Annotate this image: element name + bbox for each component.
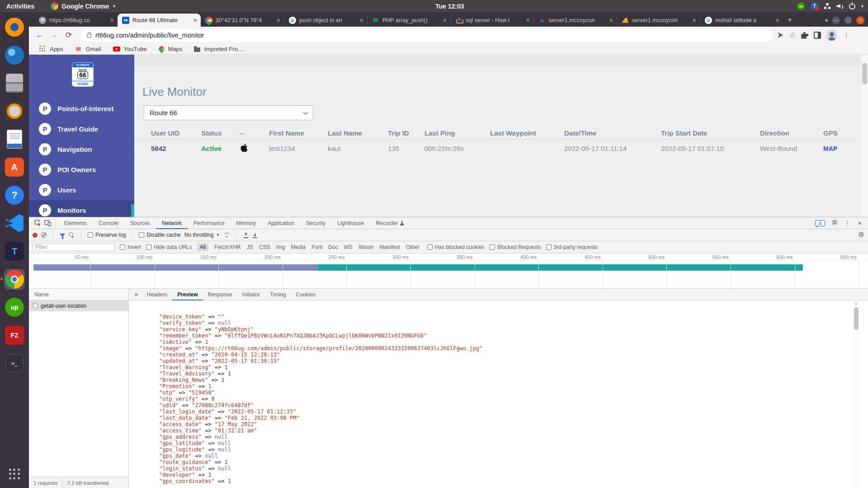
dock-item-chrome[interactable] <box>4 269 25 290</box>
record-icon[interactable] <box>33 233 38 238</box>
sidebar-item-poi-owners[interactable]: PPOI Owners <box>29 160 134 180</box>
new-tab-button[interactable]: + <box>788 15 792 24</box>
browser-menu-icon[interactable]: ⋮ <box>843 31 850 39</box>
devtools-settings-gear-icon[interactable] <box>831 219 838 227</box>
detail-tab-initiator[interactable]: Initiator <box>237 289 265 300</box>
dock-item-writer[interactable] <box>4 129 25 150</box>
bookmark-gmail[interactable]: MGmail <box>75 45 101 52</box>
tab-close-icon[interactable]: × <box>110 17 114 23</box>
third-party-requests-checkbox[interactable]: 3rd-party requests <box>546 244 598 250</box>
browser-tab[interactable]: Gpush object in arr× <box>284 14 367 27</box>
dock-item-upwork[interactable]: up <box>4 297 25 318</box>
filter-funnel-icon[interactable] <box>60 234 65 237</box>
detail-tab-timing[interactable]: Timing <box>265 289 291 300</box>
network-settings-gear-icon[interactable] <box>858 231 864 239</box>
filter-input[interactable] <box>33 244 115 251</box>
dock-item-terminal[interactable]: >_ <box>4 353 25 374</box>
lock-icon[interactable] <box>87 34 91 38</box>
column-header[interactable]: Direction <box>760 129 823 137</box>
forward-button[interactable]: → <box>48 29 61 42</box>
scrollbar-thumb[interactable] <box>862 63 867 84</box>
sidebar-item-navigation[interactable]: PNavigation <box>29 139 134 160</box>
bookmark-imported-fro-[interactable]: Imported Fro… <box>194 46 243 52</box>
focused-app-menu[interactable]: Google Chrome ▾ <box>51 2 115 10</box>
detail-tab-cookies[interactable]: Cookies <box>291 289 320 300</box>
browser-tab[interactable]: 66Route 66 Ultimate× <box>118 14 201 27</box>
scroll-up-arrow-icon[interactable]: ▲ <box>853 302 859 305</box>
bookmark-apps[interactable]: Apps <box>39 45 63 52</box>
tab-close-icon[interactable]: × <box>526 17 530 23</box>
side-panel-icon[interactable] <box>814 32 821 39</box>
filter-type-font[interactable]: Font <box>311 244 322 250</box>
show-applications-button[interactable] <box>4 464 25 484</box>
detail-tab-headers[interactable]: Headers <box>142 289 172 300</box>
blocked-requests-checkbox[interactable]: Blocked Requests <box>490 244 541 250</box>
maximize-button[interactable]: ▢ <box>844 16 852 24</box>
dock-item-vscode[interactable] <box>4 213 25 234</box>
column-header[interactable]: User UID <box>151 129 201 137</box>
network-overview[interactable] <box>29 261 868 289</box>
export-har-icon[interactable] <box>252 232 258 238</box>
checkbox-icon[interactable] <box>490 244 495 250</box>
scrollbar-thumb[interactable] <box>854 307 859 330</box>
tab-close-icon[interactable]: × <box>443 17 447 23</box>
network-icon[interactable] <box>824 3 830 9</box>
hide-data-urls-checkbox[interactable]: Hide data URLs <box>146 244 192 250</box>
browser-tab[interactable]: Gmohali latitude a× <box>700 14 783 27</box>
tab-search-chevron-icon[interactable]: ▾ <box>825 18 828 23</box>
request-row[interactable]: getall-user-location <box>29 300 128 311</box>
power-icon[interactable] <box>849 3 855 9</box>
filter-type-ws[interactable]: WS <box>344 244 353 250</box>
browser-tab[interactable]: https://rt66ug.co× <box>34 14 118 27</box>
bookmark-youtube[interactable]: YouTube <box>113 46 147 52</box>
browser-tab[interactable]: WPHP array_push()× <box>367 14 450 27</box>
preview-content[interactable]: "device_token" => """verify_token" => nu… <box>129 300 868 488</box>
devtools-tab-performance[interactable]: Performance <box>188 217 231 229</box>
tab-close-icon[interactable]: × <box>776 17 779 23</box>
column-header[interactable]: GPS <box>823 129 858 137</box>
inspect-element-icon[interactable] <box>33 219 42 228</box>
filter-type-css[interactable]: CSS <box>259 244 270 250</box>
devtools-tab-application[interactable]: Application <box>262 217 300 229</box>
upwork-icon[interactable]: up <box>797 2 805 10</box>
dock-item-thunderbird[interactable] <box>4 45 25 66</box>
sidebar-item-points-of-interest[interactable]: PPoints-of-Interest <box>29 99 134 119</box>
activities-button[interactable]: Activities <box>0 0 41 12</box>
reload-button[interactable]: ⟳ <box>62 29 75 42</box>
checkbox-icon[interactable] <box>146 244 151 250</box>
devtools-tab-elements[interactable]: Elements <box>58 217 93 229</box>
disable-cache-checkbox[interactable]: Disable cache <box>139 232 180 238</box>
clear-network-log-icon[interactable] <box>41 232 47 238</box>
filter-type-doc[interactable]: Doc <box>328 244 338 250</box>
dock-item-firefox[interactable] <box>4 17 25 38</box>
sidebar-item-users[interactable]: PUsers <box>29 180 134 200</box>
search-icon[interactable] <box>69 232 75 238</box>
devtools-tab-network[interactable]: Network <box>156 217 188 229</box>
notify-icon[interactable]: T <box>811 2 818 10</box>
detail-tab-response[interactable]: Response <box>203 289 237 300</box>
preview-scrollbar[interactable]: ▲ <box>853 301 859 488</box>
column-header[interactable]: Last Name <box>328 129 388 137</box>
issues-counter-icon[interactable]: 2 <box>815 220 825 226</box>
devtools-tab-console[interactable]: Console <box>93 217 124 229</box>
browser-tab[interactable]: »server1.mccoycon× <box>533 14 617 27</box>
clock[interactable]: Tue 12:03 <box>435 3 464 10</box>
request-list-header[interactable]: Name <box>29 289 128 300</box>
browser-tab[interactable]: server1.mccoycon× <box>617 14 700 27</box>
filter-type-fetch-xhr[interactable]: Fetch/XHR <box>214 244 241 250</box>
checkbox-icon[interactable] <box>546 244 552 250</box>
import-har-icon[interactable] <box>243 232 249 238</box>
devtools-close-icon[interactable]: × <box>858 219 862 227</box>
filter-type-img[interactable]: Img <box>276 244 285 250</box>
column-header[interactable]: Last Waypoint <box>490 129 564 137</box>
filter-type-wasm[interactable]: Wasm <box>359 244 374 250</box>
throttling-dropdown[interactable]: No throttling ▼ <box>184 232 220 238</box>
tab-close-icon[interactable]: × <box>277 17 280 23</box>
dock-item-shotwell[interactable] <box>4 101 25 122</box>
has-blocked-cookies-checkbox[interactable]: Has blocked cookies <box>427 244 485 250</box>
filter-type-manifest[interactable]: Manifest <box>379 244 400 250</box>
extensions-icon[interactable] <box>801 32 808 39</box>
tab-close-icon[interactable]: × <box>193 17 197 23</box>
dock-item-software[interactable]: A <box>4 157 25 178</box>
browser-tab[interactable]: 30°42'31.0"N 76°4× <box>201 14 284 27</box>
